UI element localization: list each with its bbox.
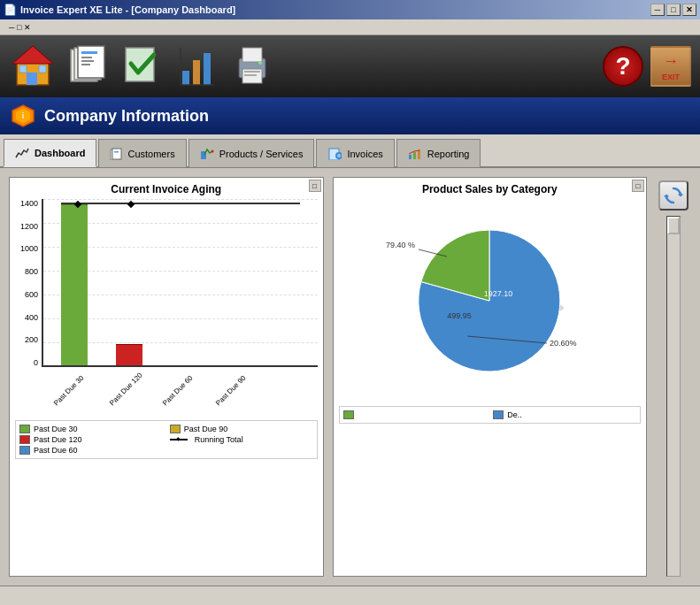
pie-chart-legend: De.. — [339, 406, 642, 424]
tab-dashboard-icon — [15, 147, 29, 159]
y-label-0: 0 — [34, 358, 38, 367]
customers-toolbar-button[interactable] — [64, 42, 112, 90]
bar-past-due-120 — [116, 344, 142, 365]
invoice-toolbar-button[interactable] — [119, 42, 166, 90]
svg-rect-14 — [193, 60, 200, 85]
pie-label-text-blue: 79.40 % — [386, 241, 415, 249]
tab-invoices-icon — [327, 148, 342, 160]
legend-label-past-due-90: Past Due 90 — [184, 425, 228, 433]
y-label-1000: 1000 — [20, 244, 38, 253]
exit-button[interactable]: → EXIT — [650, 46, 691, 87]
tab-products-icon — [200, 148, 214, 160]
x-label-past-due-120: Past Due 120 — [108, 371, 144, 408]
tab-products[interactable]: Products / Services — [188, 139, 315, 167]
home-button[interactable] — [9, 42, 57, 90]
svg-rect-19 — [242, 48, 262, 62]
legend-color-past-due-90 — [170, 425, 181, 433]
y-label-1400: 1400 — [20, 199, 38, 208]
tab-invoices[interactable]: Invoices — [316, 139, 394, 167]
title-bar: 📄 Invoice Expert XE Lite - [Company Dash… — [0, 0, 700, 19]
y-label-200: 200 — [25, 335, 38, 344]
main-content: □ Current Invoice Aging 1400 1200 1000 8… — [0, 168, 700, 586]
svg-rect-29 — [114, 151, 119, 153]
tabs-bar: Dashboard Customers Products / Services … — [0, 134, 700, 168]
help-button[interactable]: ? — [603, 46, 643, 87]
section-header: i Company Information — [0, 97, 700, 134]
right-sidebar — [656, 177, 691, 577]
svg-rect-2 — [27, 73, 37, 85]
running-total-line — [61, 203, 300, 204]
legend-label-past-due-30: Past Due 30 — [34, 425, 78, 433]
exit-label: EXIT — [662, 73, 680, 81]
pie-chart-title: Product Sales by Category — [339, 183, 642, 195]
pie-legend-color-2 — [493, 410, 504, 419]
print-toolbar-button[interactable] — [228, 42, 276, 90]
pie-legend-label-2: De.. — [507, 410, 522, 419]
x-label-past-due-30: Past Due 30 — [52, 374, 85, 407]
bar-chart-panel: □ Current Invoice Aging 1400 1200 1000 8… — [9, 177, 324, 577]
legend-label-running-total: Running Total — [195, 435, 243, 444]
svg-rect-8 — [81, 51, 97, 54]
y-label-600: 600 — [25, 290, 38, 299]
help-icon: ? — [615, 52, 630, 80]
svg-point-34 — [337, 154, 341, 157]
svg-rect-22 — [244, 74, 257, 76]
legend-label-past-due-60: Past Due 60 — [34, 446, 78, 455]
title-bar-right[interactable]: ─ □ ✕ — [650, 4, 696, 16]
pie-chart-area: 79.40 % 1927.10 499.95 20.60% — [339, 199, 642, 402]
svg-point-31 — [211, 149, 213, 152]
print-icon — [232, 44, 273, 88]
legend-color-past-due-30 — [19, 425, 30, 433]
title-bar-left: 📄 Invoice Expert XE Lite - [Company Dash… — [4, 4, 235, 16]
pie-legend-color-1 — [343, 410, 354, 419]
svg-text:i: i — [22, 111, 25, 120]
svg-rect-28 — [112, 149, 121, 159]
svg-rect-35 — [409, 155, 412, 159]
bar-chart-inner: Past Due 30 Past Due 120 Past Due 60 Pas… — [42, 199, 318, 367]
svg-rect-11 — [81, 64, 90, 65]
legend-item-past-due-30: Past Due 30 — [19, 425, 163, 433]
running-total-dot-2 — [127, 201, 135, 208]
restore-button[interactable]: □ — [666, 4, 681, 16]
legend-item-running-total: Running Total — [170, 435, 313, 444]
legend-label-past-due-120: Past Due 120 — [34, 435, 82, 444]
scroll-thumb[interactable] — [667, 217, 680, 234]
y-label-400: 400 — [25, 313, 38, 322]
tab-reporting-icon — [408, 148, 422, 160]
tab-reporting-label: Reporting — [427, 149, 470, 159]
pie-legend-item-1 — [343, 410, 487, 419]
tab-customers-icon — [110, 148, 122, 160]
grid-line-1400 — [43, 199, 318, 200]
pie-value-green: 499.95 — [447, 311, 472, 320]
refresh-icon — [664, 186, 683, 205]
x-label-past-due-90: Past Due 90 — [214, 374, 247, 407]
close-button[interactable]: ✕ — [682, 4, 696, 16]
products-toolbar-button[interactable] — [173, 42, 221, 90]
company-icon: i — [11, 103, 35, 128]
exit-arrow-icon: → — [663, 52, 679, 71]
tab-customers-label: Customers — [127, 149, 174, 159]
tab-reporting[interactable]: Reporting — [396, 139, 481, 167]
bar-panel-corner-button[interactable]: □ — [309, 180, 321, 192]
status-bar — [0, 586, 700, 605]
svg-point-23 — [258, 61, 262, 65]
legend-color-past-due-60 — [19, 446, 30, 455]
svg-rect-36 — [413, 152, 416, 159]
tab-dashboard[interactable]: Dashboard — [4, 139, 96, 167]
home-icon — [12, 44, 53, 88]
pie-legend-item-2: De.. — [493, 410, 636, 419]
tab-customers[interactable]: Customers — [98, 139, 186, 167]
window-title: Invoice Expert XE Lite - [Company Dashbo… — [20, 4, 235, 15]
scrollbar[interactable] — [666, 216, 681, 577]
svg-rect-9 — [81, 57, 92, 58]
bar-chart-title: Current Invoice Aging — [15, 183, 318, 195]
pie-panel-corner-button[interactable]: □ — [632, 180, 644, 192]
minimize-button[interactable]: ─ — [650, 4, 665, 16]
tab-products-label: Products / Services — [219, 149, 304, 159]
legend-item-past-due-120: Past Due 120 — [19, 435, 163, 444]
inner-minimize[interactable]: ─ □ ✕ — [4, 23, 36, 32]
pie-chart-svg: 79.40 % 1927.10 499.95 20.60% — [383, 203, 596, 398]
svg-rect-21 — [244, 71, 260, 73]
svg-rect-3 — [19, 65, 27, 73]
refresh-button[interactable] — [658, 180, 688, 211]
